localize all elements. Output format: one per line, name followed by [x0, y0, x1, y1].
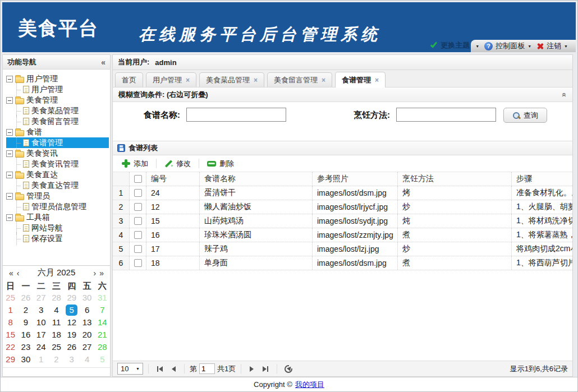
- calendar-day[interactable]: 24: [34, 341, 49, 353]
- first-page-button[interactable]: [154, 366, 166, 372]
- calendar-day[interactable]: 8: [3, 316, 18, 329]
- calendar-day[interactable]: 27: [79, 341, 94, 353]
- row-checkbox[interactable]: [134, 189, 142, 197]
- refresh-icon[interactable]: [285, 365, 292, 373]
- page-size-select[interactable]: 10 ▼: [117, 363, 143, 375]
- calendar-day[interactable]: 20: [79, 329, 94, 341]
- prev-year-icon[interactable]: «: [7, 269, 15, 278]
- collapse-node-icon[interactable]: [6, 97, 13, 104]
- calendar-day[interactable]: 21: [95, 329, 110, 341]
- calendar-day[interactable]: 28: [49, 292, 64, 304]
- calendar-day[interactable]: 28: [95, 341, 110, 353]
- calendar-day[interactable]: 16: [18, 329, 33, 341]
- tree-item[interactable]: 美食直达管理: [6, 180, 109, 191]
- tab[interactable]: 首页: [115, 72, 143, 87]
- collapse-node-icon[interactable]: [6, 214, 13, 221]
- calendar-day[interactable]: 12: [64, 316, 79, 329]
- calendar-day[interactable]: 14: [95, 316, 110, 329]
- delete-button[interactable]: 删除: [202, 157, 239, 170]
- calendar-day[interactable]: 13: [79, 316, 94, 329]
- search-button[interactable]: 查询: [503, 108, 547, 123]
- column-header[interactable]: 烹饪方法: [398, 172, 512, 186]
- calendar-day[interactable]: 30: [18, 353, 33, 366]
- table-row[interactable]: 618单身面images/lost/dsm.jpg煮1、将西葫芦切片: [113, 256, 572, 270]
- calendar-day[interactable]: 25: [3, 292, 18, 304]
- calendar-day[interactable]: 29: [64, 292, 79, 304]
- row-checkbox[interactable]: [134, 217, 142, 225]
- calendar-day[interactable]: 17: [34, 329, 49, 341]
- chevron-down-icon[interactable]: ▼: [475, 44, 479, 48]
- tree-item[interactable]: 工具箱: [6, 212, 109, 223]
- calendar-day[interactable]: 4: [79, 353, 94, 366]
- next-page-button[interactable]: [246, 366, 257, 372]
- calendar-day[interactable]: 2: [18, 304, 33, 316]
- add-button[interactable]: 添加: [117, 157, 153, 170]
- tab-close-icon[interactable]: ×: [254, 76, 258, 84]
- tree-item[interactable]: 美食资讯: [6, 148, 109, 159]
- next-month-icon[interactable]: ›: [92, 269, 98, 278]
- tree-item[interactable]: 食谱: [6, 127, 109, 137]
- calendar-day[interactable]: 4: [49, 304, 64, 316]
- calendar-day[interactable]: 6: [79, 304, 94, 316]
- control-panel-button[interactable]: ? 控制面板 ▼: [484, 41, 531, 51]
- column-header[interactable]: 食谱名称: [200, 172, 313, 186]
- tab-close-icon[interactable]: ×: [375, 76, 379, 84]
- calendar-day[interactable]: 3: [34, 304, 49, 316]
- column-header[interactable]: 编号: [146, 172, 200, 186]
- recipe-name-input[interactable]: [186, 108, 286, 122]
- calendar-day[interactable]: 1: [3, 304, 18, 316]
- calendar-day[interactable]: 11: [49, 316, 64, 329]
- last-page-button[interactable]: [259, 366, 272, 372]
- tab[interactable]: 食谱管理×: [335, 72, 386, 87]
- column-header[interactable]: 步骤: [512, 172, 572, 186]
- table-row[interactable]: 416珍珠米酒汤圆images/lost/zzmjty.jpg煮1、将紫薯蒸熟，: [113, 228, 572, 242]
- calendar-day[interactable]: 26: [18, 292, 33, 304]
- tree-item[interactable]: 用户管理: [6, 73, 109, 84]
- calendar-day[interactable]: 23: [18, 341, 33, 353]
- collapse-node-icon[interactable]: [6, 150, 13, 157]
- tab[interactable]: 用户管理×: [146, 72, 196, 87]
- row-checkbox[interactable]: [134, 231, 142, 239]
- tree-item[interactable]: 用户管理: [6, 84, 109, 95]
- tree-item[interactable]: 美食留言管理: [6, 116, 109, 127]
- project-link[interactable]: 我的项目: [295, 380, 324, 390]
- calendar-day[interactable]: 2: [49, 353, 64, 366]
- calendar-day[interactable]: 5: [66, 305, 77, 316]
- tree-item[interactable]: 管理员: [6, 191, 109, 201]
- collapse-node-icon[interactable]: [6, 172, 13, 178]
- tab-close-icon[interactable]: ×: [186, 76, 190, 84]
- row-checkbox[interactable]: [134, 245, 142, 253]
- calendar-day[interactable]: 29: [3, 353, 18, 366]
- tree-item[interactable]: 美食管理: [6, 95, 109, 105]
- collapse-node-icon[interactable]: [6, 129, 13, 136]
- calendar-day[interactable]: 15: [3, 329, 18, 341]
- prev-month-icon[interactable]: ‹: [15, 269, 21, 278]
- logout-button[interactable]: 注销 ▼: [536, 41, 568, 51]
- collapse-panel-icon[interactable]: «: [560, 93, 569, 97]
- calendar-day[interactable]: 9: [18, 316, 33, 329]
- tree-item[interactable]: 食谱管理: [6, 137, 109, 148]
- collapse-sidebar-icon[interactable]: «: [101, 58, 105, 67]
- tree-item[interactable]: 管理员信息管理: [6, 201, 109, 212]
- calendar-day[interactable]: 18: [49, 329, 64, 341]
- table-row[interactable]: 517辣子鸡images/lost/lzj.jpg炒将鸡肉切成2cm小: [113, 242, 572, 256]
- prev-page-button[interactable]: [168, 366, 179, 372]
- calendar-day[interactable]: 27: [34, 292, 49, 304]
- page-number-input[interactable]: [199, 363, 215, 374]
- calendar-day[interactable]: 22: [3, 341, 18, 353]
- select-all-checkbox[interactable]: [134, 175, 142, 183]
- tab[interactable]: 美食菜品管理×: [199, 72, 264, 87]
- calendar-day[interactable]: 3: [64, 353, 79, 366]
- table-row[interactable]: 315山药炖鸡汤images/lost/sydjt.jpg炖1、将材鸡洗净切: [113, 214, 572, 228]
- row-checkbox[interactable]: [134, 203, 142, 211]
- calendar-day[interactable]: 30: [79, 292, 94, 304]
- tree-item[interactable]: 美食直达: [6, 169, 109, 180]
- tree-item[interactable]: 保存设置: [6, 233, 109, 244]
- tab-close-icon[interactable]: ×: [322, 76, 325, 84]
- table-row[interactable]: 212懒人酱油炒饭images/lost/lrjycf.jpg炒1、火腿肠、胡萝: [113, 200, 572, 214]
- cooking-method-input[interactable]: [396, 108, 496, 122]
- tab[interactable]: 美食留言管理×: [267, 72, 332, 87]
- calendar-day[interactable]: 1: [34, 353, 49, 366]
- tree-item[interactable]: 美食资讯管理: [6, 159, 109, 169]
- calendar-day[interactable]: 26: [64, 341, 79, 353]
